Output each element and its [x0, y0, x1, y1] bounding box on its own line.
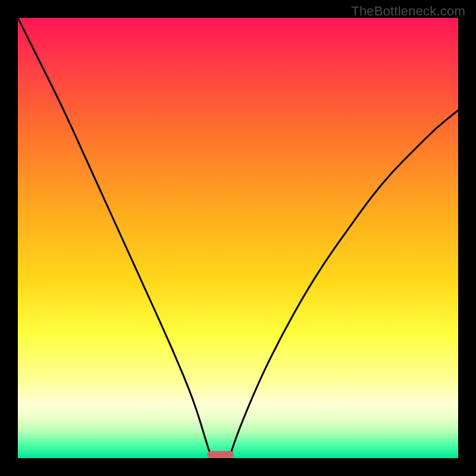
right-curve	[229, 110, 458, 458]
plot-area	[18, 18, 458, 458]
watermark-text: TheBottleneck.com	[351, 4, 465, 19]
left-curve	[18, 18, 212, 458]
outer-frame: TheBottleneck.com	[0, 0, 476, 476]
bottleneck-marker	[207, 451, 233, 458]
curve-layer	[18, 18, 458, 458]
